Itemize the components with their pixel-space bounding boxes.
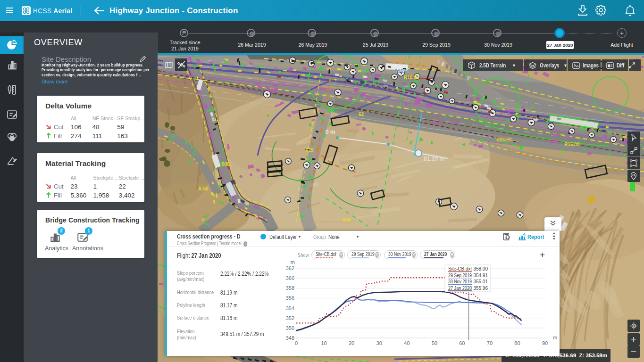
svg-text:354: 354 xyxy=(286,305,294,311)
svg-text:0: 0 xyxy=(295,340,298,346)
svg-text:362: 362 xyxy=(286,265,294,271)
svg-text:40: 40 xyxy=(404,340,410,346)
svg-text:354.91: 354.91 xyxy=(473,273,488,278)
svg-text:60: 60 xyxy=(459,340,465,346)
svg-text:50: 50 xyxy=(432,340,437,346)
svg-text:30: 30 xyxy=(376,340,382,346)
svg-text:355.96: 355.96 xyxy=(473,286,488,291)
svg-text:355.01: 355.01 xyxy=(473,279,488,284)
svg-text:20: 20 xyxy=(349,340,354,346)
svg-text:352: 352 xyxy=(286,315,294,321)
svg-text:70: 70 xyxy=(487,340,493,346)
svg-text:356: 356 xyxy=(286,295,294,301)
svg-text:358: 358 xyxy=(286,285,294,291)
svg-text:360: 360 xyxy=(286,275,294,281)
svg-text:358.00: 358.00 xyxy=(473,266,488,272)
svg-text:80: 80 xyxy=(514,340,520,346)
svg-text:30 Nov 2019: 30 Nov 2019 xyxy=(448,279,472,284)
svg-text:29 Sep 2019: 29 Sep 2019 xyxy=(448,272,472,278)
svg-text:m: m xyxy=(553,335,557,340)
svg-text:348: 348 xyxy=(286,335,294,341)
svg-text:27 Jan 2020: 27 Jan 2020 xyxy=(448,285,472,291)
svg-text:90: 90 xyxy=(542,340,548,346)
svg-text:350: 350 xyxy=(286,325,294,331)
svg-text:m: m xyxy=(291,259,295,265)
svg-text:10: 10 xyxy=(321,340,326,346)
svg-text:Site-CB.dxf: Site-CB.dxf xyxy=(448,266,472,272)
